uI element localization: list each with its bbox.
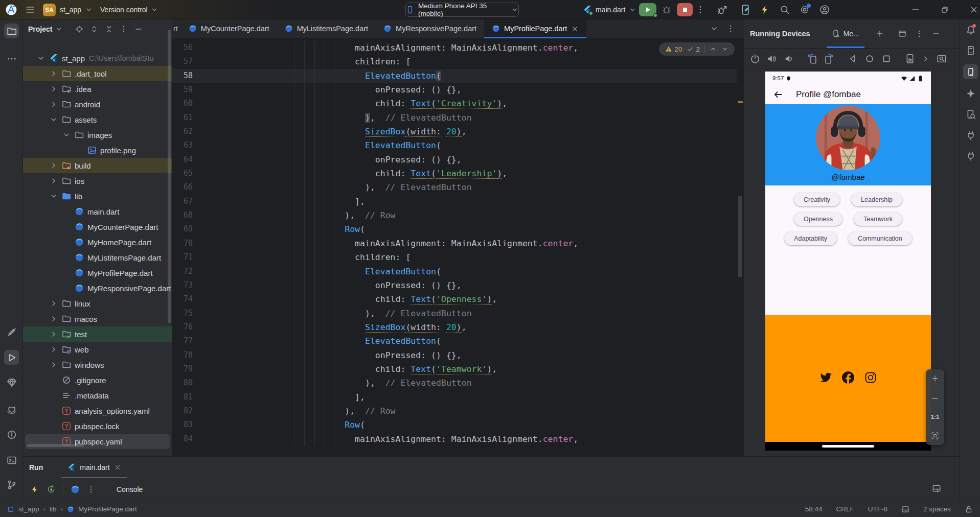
editor-tab-rt[interactable]: rt — [172, 19, 181, 38]
device-tab[interactable]: Me... — [827, 19, 864, 48]
hide-panel-icon[interactable] — [932, 30, 940, 38]
chip-creativity[interactable]: Creativity — [794, 193, 840, 206]
tree-item--metadata[interactable]: .metadata — [23, 388, 172, 403]
expand-all-icon[interactable] — [90, 25, 98, 33]
profile-icon[interactable] — [819, 5, 830, 15]
chevron-down-icon[interactable] — [62, 131, 71, 139]
tree-item-lib[interactable]: lib — [23, 189, 172, 204]
tree-item--gitignore[interactable]: .gitignore — [23, 372, 172, 388]
chevron-right-icon[interactable] — [50, 100, 58, 108]
hot-reload-icon[interactable] — [30, 485, 39, 494]
chevron-right-icon[interactable] — [50, 69, 58, 78]
panel-options-icon[interactable] — [120, 25, 128, 33]
console-options-icon[interactable] — [87, 485, 95, 494]
editor-tab-myprofilepage-dart[interactable]: MyProfilePage.dart — [484, 19, 586, 38]
app-links-icon[interactable] — [963, 148, 978, 163]
home-indicator[interactable] — [822, 445, 874, 448]
commit-tool-icon[interactable] — [4, 324, 19, 339]
search-everywhere-icon[interactable] — [780, 5, 790, 15]
tree-item-mycounterpage-dart[interactable]: MyCounterPage.dart — [23, 219, 172, 234]
terminal-tool-icon[interactable] — [4, 453, 19, 467]
chevron-right-icon[interactable] — [50, 330, 58, 338]
chevron-right-icon[interactable] — [50, 299, 58, 308]
editor-tab-myresponsivepage-dart[interactable]: MyResponsivePage.dart — [376, 19, 484, 38]
run-button[interactable] — [639, 3, 656, 16]
power-icon[interactable] — [750, 54, 760, 64]
next-problem-icon[interactable] — [721, 45, 728, 53]
problems-tool-icon[interactable] — [4, 427, 19, 442]
screenshot-icon[interactable] — [937, 54, 947, 64]
tree-item-myprofilepage-dart[interactable]: MyProfilePage.dart — [23, 265, 172, 280]
git-tool-icon[interactable] — [4, 477, 19, 492]
hot-restart-icon[interactable] — [47, 485, 56, 494]
file-encoding[interactable]: UTF-8 — [868, 505, 887, 513]
close-tab-icon[interactable] — [571, 25, 579, 33]
close-window-icon[interactable] — [969, 5, 978, 14]
run-tool-icon[interactable] — [4, 350, 19, 365]
copilot-tool-icon[interactable] — [4, 402, 19, 417]
tree-item-build[interactable]: build — [23, 158, 172, 173]
code-text[interactable]: mainAxisAlignment: MainAxisAlignment.cen… — [284, 41, 578, 446]
stop-button[interactable] — [677, 3, 693, 16]
more-tool-windows-icon[interactable] — [4, 51, 19, 66]
tree-item-st-app[interactable]: st_appC:\Users\fomba\Stu — [23, 51, 172, 66]
tree-item-test[interactable]: test — [23, 326, 172, 342]
tree-item-ios[interactable]: ios — [23, 173, 172, 189]
breadcrumb-item[interactable]: st_app — [18, 505, 39, 513]
android-recents-icon[interactable] — [881, 54, 892, 64]
debug-button[interactable] — [662, 5, 672, 15]
main-menu-icon[interactable] — [25, 5, 35, 15]
gemini-icon[interactable] — [963, 86, 978, 101]
chevron-right-icon[interactable] — [50, 177, 58, 185]
tree-item--dart-tool[interactable]: .dart_tool — [23, 66, 172, 81]
tree-item-linux[interactable]: linux — [23, 296, 172, 311]
device-manager-icon[interactable] — [963, 43, 978, 58]
chip-adaptability[interactable]: Adaptability — [784, 231, 837, 245]
project-widget[interactable]: SA st_app — [43, 4, 93, 16]
restore-window-icon[interactable] — [941, 6, 949, 14]
indent-setting[interactable]: 2 spaces — [923, 505, 951, 513]
vcs-widget[interactable]: Version control — [100, 6, 158, 14]
code-editor[interactable]: 5657585960616263646566676869707172737475… — [172, 38, 744, 456]
tree-item-main-dart[interactable]: main.dart — [23, 204, 172, 219]
breadcrumb[interactable]: st_app›lib›MyProfilePage.dart — [7, 505, 137, 513]
add-device-icon[interactable] — [876, 30, 884, 38]
volume-down-icon[interactable] — [784, 54, 794, 64]
tab-options-icon[interactable] — [726, 25, 735, 33]
editor-tab-mylistitemspage-dart[interactable]: MyListitemsPage.dart — [277, 19, 376, 38]
tree-item-macos[interactable]: macos — [23, 311, 172, 326]
project-tool-icon[interactable] — [4, 24, 19, 38]
more-run-actions-icon[interactable] — [696, 5, 705, 14]
zoom-in-icon[interactable] — [931, 374, 939, 383]
chevron-right-icon[interactable] — [50, 315, 58, 323]
tree-item-web[interactable]: web — [23, 342, 172, 357]
rotate-right-icon[interactable] — [824, 54, 834, 64]
more-actions-icon[interactable] — [922, 55, 930, 63]
caret-position[interactable]: 58:44 — [805, 505, 823, 513]
android-back-icon[interactable] — [848, 54, 858, 64]
android-home-icon[interactable] — [864, 54, 875, 64]
chip-communication[interactable]: Communication — [848, 231, 912, 245]
editor-widget-icon[interactable] — [901, 505, 909, 513]
chevron-right-icon[interactable] — [50, 161, 58, 170]
instagram-icon[interactable] — [864, 371, 877, 384]
run-configuration[interactable]: main.dart — [583, 0, 636, 19]
close-tab-icon[interactable] — [114, 464, 121, 471]
editor-tab-mycounterpage-dart[interactable]: MyCounterPage.dart — [181, 19, 277, 38]
passed-count[interactable]: 2 — [687, 45, 700, 53]
notifications-icon[interactable] — [963, 22, 978, 37]
chevron-down-icon[interactable] — [50, 115, 58, 124]
tree-item-mylistitemspage-dart[interactable]: MyListitemsPage.dart — [23, 250, 172, 265]
fit-to-window-icon[interactable] — [931, 432, 939, 440]
chevron-right-icon[interactable] — [50, 85, 58, 93]
warning-count[interactable]: 20 — [665, 45, 682, 53]
tree-item-pubspec-lock[interactable]: Ypubspec.lock — [23, 418, 172, 434]
read-only-lock-icon[interactable] — [965, 505, 973, 513]
window-mode-icon[interactable] — [898, 30, 906, 38]
tree-item-windows[interactable]: windows — [23, 357, 172, 372]
tree-vertical-scrollbar[interactable] — [168, 30, 171, 323]
chip-openness[interactable]: Openness — [794, 212, 842, 226]
chevron-down-icon[interactable] — [50, 192, 58, 200]
breadcrumb-item[interactable]: lib — [50, 505, 57, 513]
console-tab[interactable]: Console — [117, 485, 143, 494]
